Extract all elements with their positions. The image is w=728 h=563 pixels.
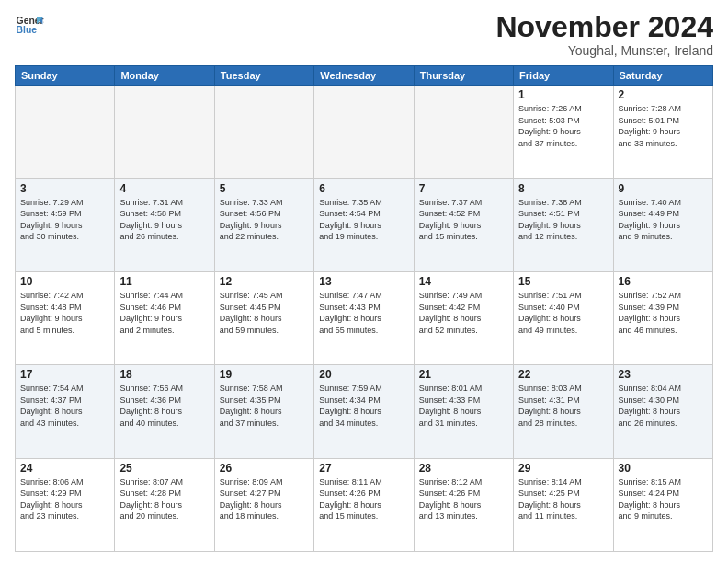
day-number: 30 — [619, 462, 708, 475]
day-number: 7 — [419, 182, 508, 195]
day-number: 27 — [319, 462, 408, 475]
table-row — [16, 86, 115, 178]
col-tuesday: Tuesday — [214, 66, 313, 86]
day-number: 25 — [119, 462, 209, 475]
table-row: 11Sunrise: 7:44 AM Sunset: 4:46 PM Dayli… — [115, 271, 214, 364]
day-info: Sunrise: 7:31 AM Sunset: 4:58 PM Dayligh… — [119, 197, 209, 243]
table-row: 24Sunrise: 8:06 AM Sunset: 4:29 PM Dayli… — [16, 458, 115, 551]
day-number: 8 — [518, 182, 608, 195]
col-monday: Monday — [115, 66, 214, 86]
header: General Blue November 2024 Youghal, Muns… — [15, 11, 713, 58]
day-info: Sunrise: 8:15 AM Sunset: 4:24 PM Dayligh… — [619, 477, 708, 523]
calendar-table: Sunday Monday Tuesday Wednesday Thursday… — [15, 65, 713, 552]
day-number: 4 — [119, 182, 209, 195]
day-number: 3 — [20, 182, 109, 195]
svg-text:Blue: Blue — [17, 25, 38, 35]
day-info: Sunrise: 7:52 AM Sunset: 4:39 PM Dayligh… — [619, 290, 708, 336]
day-info: Sunrise: 7:38 AM Sunset: 4:51 PM Dayligh… — [518, 197, 608, 243]
day-info: Sunrise: 8:03 AM Sunset: 4:31 PM Dayligh… — [518, 383, 608, 429]
table-row: 19Sunrise: 7:58 AM Sunset: 4:35 PM Dayli… — [214, 365, 313, 458]
day-number: 21 — [419, 368, 508, 381]
day-number: 16 — [619, 275, 708, 288]
day-number: 20 — [319, 368, 408, 381]
table-row: 22Sunrise: 8:03 AM Sunset: 4:31 PM Dayli… — [514, 365, 613, 458]
day-info: Sunrise: 8:06 AM Sunset: 4:29 PM Dayligh… — [20, 477, 109, 523]
page: General Blue November 2024 Youghal, Muns… — [0, 0, 728, 563]
subtitle: Youghal, Munster, Ireland — [495, 43, 713, 58]
day-info: Sunrise: 7:54 AM Sunset: 4:37 PM Dayligh… — [20, 383, 109, 429]
day-info: Sunrise: 8:14 AM Sunset: 4:25 PM Dayligh… — [518, 477, 608, 523]
day-info: Sunrise: 7:44 AM Sunset: 4:46 PM Dayligh… — [119, 290, 209, 336]
day-info: Sunrise: 7:29 AM Sunset: 4:59 PM Dayligh… — [20, 197, 109, 243]
day-number: 9 — [619, 182, 708, 195]
table-row: 30Sunrise: 8:15 AM Sunset: 4:24 PM Dayli… — [613, 458, 712, 551]
day-number: 26 — [220, 462, 309, 475]
table-row: 9Sunrise: 7:40 AM Sunset: 4:49 PM Daylig… — [613, 178, 712, 271]
day-info: Sunrise: 7:45 AM Sunset: 4:45 PM Dayligh… — [220, 290, 309, 336]
day-number: 18 — [119, 368, 209, 381]
day-number: 6 — [319, 182, 408, 195]
calendar-week-row: 24Sunrise: 8:06 AM Sunset: 4:29 PM Dayli… — [16, 458, 713, 551]
day-number: 24 — [20, 462, 109, 475]
table-row: 3Sunrise: 7:29 AM Sunset: 4:59 PM Daylig… — [16, 178, 115, 271]
logo-icon: General Blue — [15, 11, 44, 40]
table-row: 27Sunrise: 8:11 AM Sunset: 4:26 PM Dayli… — [314, 458, 414, 551]
day-number: 19 — [220, 368, 309, 381]
table-row: 20Sunrise: 7:59 AM Sunset: 4:34 PM Dayli… — [314, 365, 414, 458]
day-number: 11 — [119, 275, 209, 288]
day-info: Sunrise: 7:37 AM Sunset: 4:52 PM Dayligh… — [419, 197, 508, 243]
calendar-header-row: Sunday Monday Tuesday Wednesday Thursday… — [16, 66, 713, 86]
day-info: Sunrise: 7:33 AM Sunset: 4:56 PM Dayligh… — [220, 197, 309, 243]
day-number: 28 — [419, 462, 508, 475]
day-info: Sunrise: 7:28 AM Sunset: 5:01 PM Dayligh… — [619, 103, 708, 149]
day-number: 5 — [220, 182, 309, 195]
table-row: 16Sunrise: 7:52 AM Sunset: 4:39 PM Dayli… — [613, 271, 712, 364]
month-title: November 2024 — [495, 11, 713, 43]
day-info: Sunrise: 7:47 AM Sunset: 4:43 PM Dayligh… — [319, 290, 408, 336]
day-number: 1 — [518, 88, 608, 101]
day-number: 12 — [220, 275, 309, 288]
day-info: Sunrise: 7:42 AM Sunset: 4:48 PM Dayligh… — [20, 290, 109, 336]
table-row: 10Sunrise: 7:42 AM Sunset: 4:48 PM Dayli… — [16, 271, 115, 364]
table-row: 18Sunrise: 7:56 AM Sunset: 4:36 PM Dayli… — [115, 365, 214, 458]
table-row: 29Sunrise: 8:14 AM Sunset: 4:25 PM Dayli… — [514, 458, 613, 551]
day-info: Sunrise: 7:49 AM Sunset: 4:42 PM Dayligh… — [419, 290, 508, 336]
day-info: Sunrise: 8:11 AM Sunset: 4:26 PM Dayligh… — [319, 477, 408, 523]
day-number: 17 — [20, 368, 109, 381]
title-block: November 2024 Youghal, Munster, Ireland — [495, 11, 713, 58]
day-info: Sunrise: 7:58 AM Sunset: 4:35 PM Dayligh… — [220, 383, 309, 429]
col-wednesday: Wednesday — [314, 66, 414, 86]
table-row — [414, 86, 513, 178]
day-info: Sunrise: 8:04 AM Sunset: 4:30 PM Dayligh… — [619, 383, 708, 429]
table-row: 2Sunrise: 7:28 AM Sunset: 5:01 PM Daylig… — [613, 86, 712, 178]
table-row: 8Sunrise: 7:38 AM Sunset: 4:51 PM Daylig… — [514, 178, 613, 271]
day-number: 10 — [20, 275, 109, 288]
day-number: 2 — [619, 88, 708, 101]
calendar-week-row: 10Sunrise: 7:42 AM Sunset: 4:48 PM Dayli… — [16, 271, 713, 364]
day-number: 29 — [518, 462, 608, 475]
table-row: 7Sunrise: 7:37 AM Sunset: 4:52 PM Daylig… — [414, 178, 513, 271]
day-info: Sunrise: 7:56 AM Sunset: 4:36 PM Dayligh… — [119, 383, 209, 429]
day-info: Sunrise: 7:35 AM Sunset: 4:54 PM Dayligh… — [319, 197, 408, 243]
calendar-week-row: 17Sunrise: 7:54 AM Sunset: 4:37 PM Dayli… — [16, 365, 713, 458]
day-number: 23 — [619, 368, 708, 381]
col-saturday: Saturday — [613, 66, 712, 86]
col-sunday: Sunday — [16, 66, 115, 86]
table-row: 14Sunrise: 7:49 AM Sunset: 4:42 PM Dayli… — [414, 271, 513, 364]
table-row — [115, 86, 214, 178]
col-friday: Friday — [514, 66, 613, 86]
calendar-week-row: 1Sunrise: 7:26 AM Sunset: 5:03 PM Daylig… — [16, 86, 713, 178]
day-number: 15 — [518, 275, 608, 288]
table-row: 23Sunrise: 8:04 AM Sunset: 4:30 PM Dayli… — [613, 365, 712, 458]
day-info: Sunrise: 8:01 AM Sunset: 4:33 PM Dayligh… — [419, 383, 508, 429]
table-row: 6Sunrise: 7:35 AM Sunset: 4:54 PM Daylig… — [314, 178, 414, 271]
day-info: Sunrise: 7:26 AM Sunset: 5:03 PM Dayligh… — [518, 103, 608, 149]
day-number: 22 — [518, 368, 608, 381]
table-row — [314, 86, 414, 178]
table-row: 1Sunrise: 7:26 AM Sunset: 5:03 PM Daylig… — [514, 86, 613, 178]
table-row: 4Sunrise: 7:31 AM Sunset: 4:58 PM Daylig… — [115, 178, 214, 271]
day-number: 14 — [419, 275, 508, 288]
table-row: 5Sunrise: 7:33 AM Sunset: 4:56 PM Daylig… — [214, 178, 313, 271]
day-number: 13 — [319, 275, 408, 288]
calendar-week-row: 3Sunrise: 7:29 AM Sunset: 4:59 PM Daylig… — [16, 178, 713, 271]
